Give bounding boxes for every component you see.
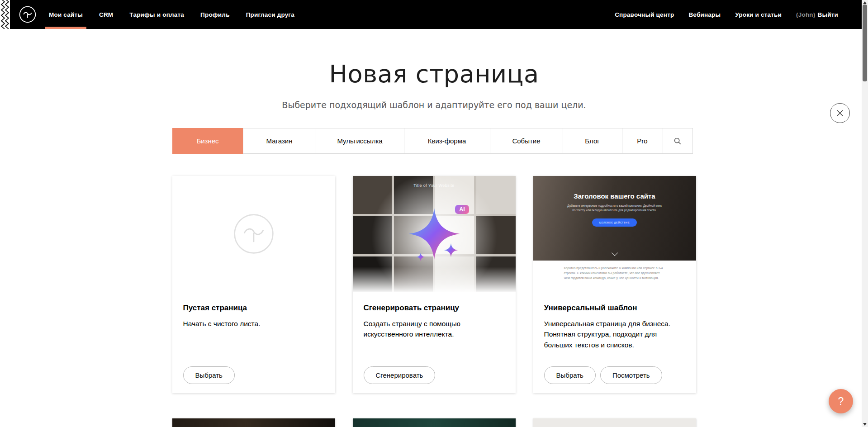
nav-help-center[interactable]: Справочный центр <box>615 0 674 29</box>
template-preview: Заголовок вашего сайта Добавьте интересн… <box>533 176 696 292</box>
ai-badge: AI <box>455 205 469 214</box>
tab-business[interactable]: Бизнес <box>172 128 243 154</box>
tab-multilink[interactable]: Мультиссылка <box>316 128 404 154</box>
close-icon <box>836 109 844 117</box>
card-title: Универсальный шаблон <box>544 304 685 313</box>
nav-lessons[interactable]: Уроки и статьи <box>735 0 782 29</box>
template-hero: Заголовок вашего сайта Добавьте интересн… <box>533 176 696 261</box>
search-tab[interactable] <box>663 128 693 154</box>
tab-store[interactable]: Магазин <box>243 128 316 154</box>
generate-button[interactable]: Сгенерировать <box>364 366 436 384</box>
zigzag-pattern <box>0 0 10 29</box>
card-description: Создать страницу с помощью искусственног… <box>364 318 505 340</box>
nav-my-sites[interactable]: Мои сайты <box>49 0 83 29</box>
tab-blog[interactable]: Блог <box>563 128 622 154</box>
tab-pro[interactable]: Pro <box>622 128 663 154</box>
tab-quiz-form[interactable]: Квиз-форма <box>404 128 490 154</box>
ai-sparkle-tiny-icon <box>416 252 425 261</box>
blank-preview <box>172 176 335 292</box>
card-title: Пустая страница <box>183 304 324 313</box>
close-button[interactable] <box>830 103 850 123</box>
page-scrollbar[interactable] <box>862 0 868 427</box>
ai-sparkle-small-icon <box>444 243 458 257</box>
template-cards-row: Пустая страница Начать с чистого листа. … <box>172 176 696 393</box>
tilda-logo[interactable] <box>19 0 36 29</box>
help-button[interactable]: ? <box>829 389 853 413</box>
preview-template-button[interactable]: Посмотреть <box>600 366 662 384</box>
ai-preview: Title of Your Website AI <box>353 176 516 292</box>
top-navbar: Мои сайты CRM Тарифы и оплата Профиль Пр… <box>0 0 868 29</box>
user-name: (John) <box>796 11 815 18</box>
scroll-up-icon[interactable] <box>863 1 867 4</box>
scroll-down-icon[interactable] <box>863 423 867 426</box>
template-category-tabs: Бизнес Магазин Мультиссылка Квиз-форма С… <box>172 128 696 154</box>
card-partial[interactable] <box>172 418 335 427</box>
nav-tariffs[interactable]: Тарифы и оплата <box>129 0 184 29</box>
page-title: Новая страница <box>0 60 868 88</box>
main-nav: Мои сайты CRM Тарифы и оплата Профиль Пр… <box>49 0 600 29</box>
card-blank-page[interactable]: Пустая страница Начать с чистого листа. … <box>172 176 335 393</box>
card-partial[interactable] <box>353 418 516 427</box>
nav-profile[interactable]: Профиль <box>200 0 230 29</box>
template-cta-button: Целевое действие <box>592 218 637 227</box>
template-body-text: Коротко представьтесь и расскажите о ком… <box>533 261 696 292</box>
tab-event[interactable]: Событие <box>490 128 563 154</box>
template-cards-row-2 <box>172 418 696 427</box>
card-title: Сгенерировать страницу <box>364 304 505 313</box>
card-partial[interactable] <box>533 418 696 427</box>
template-subtext: Добавьте интересные подробности о вашей … <box>566 204 664 213</box>
chevron-down-icon <box>611 250 617 256</box>
search-icon <box>674 137 682 145</box>
choose-blank-button[interactable]: Выбрать <box>183 366 235 384</box>
card-universal-template[interactable]: Заголовок вашего сайта Добавьте интересн… <box>533 176 696 393</box>
template-heading: Заголовок вашего сайта <box>574 192 655 200</box>
page-subtitle: Выберите подходящий шаблон и адаптируйте… <box>0 100 868 110</box>
scrollbar-thumb[interactable] <box>863 5 867 81</box>
new-page-dialog: Новая страница Выберите подходящий шабло… <box>0 60 868 427</box>
nav-crm[interactable]: CRM <box>99 0 113 29</box>
card-ai-generate[interactable]: Title of Your Website AI Сгенерировать с… <box>353 176 516 393</box>
logout-label: Выйти <box>818 11 839 18</box>
nav-webinars[interactable]: Вебинары <box>688 0 721 29</box>
nav-logout[interactable]: (John) Выйти <box>796 0 838 29</box>
tilda-watermark-icon <box>233 213 275 255</box>
card-description: Универсальная страница для бизнеса. Поня… <box>544 318 685 350</box>
nav-invite-friend[interactable]: Пригласи друга <box>246 0 294 29</box>
card-description: Начать с чистого листа. <box>183 318 324 329</box>
secondary-nav: Справочный центр Вебинары Уроки и статьи… <box>600 0 838 29</box>
choose-template-button[interactable]: Выбрать <box>544 366 596 384</box>
